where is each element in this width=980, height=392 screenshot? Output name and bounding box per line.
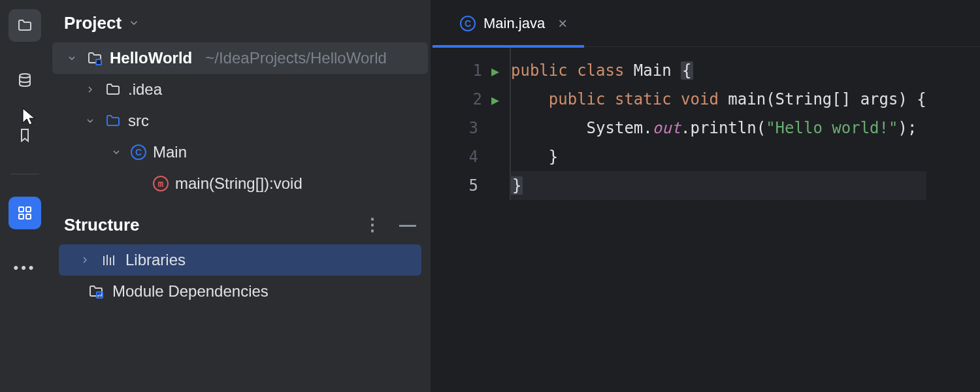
more-horizontal-icon: ••• xyxy=(16,259,33,276)
line-number: 1 xyxy=(473,61,482,80)
chevron-down-icon xyxy=(82,116,98,126)
class-icon: C xyxy=(460,16,476,31)
line-number: 5 xyxy=(469,176,478,195)
source-folder-icon xyxy=(105,112,122,129)
structure-libraries[interactable]: Libraries xyxy=(59,244,421,276)
tab-main-java[interactable]: C Main.java × xyxy=(449,2,578,45)
chevron-down-icon xyxy=(108,147,124,157)
run-gutter-icon[interactable]: ▶ xyxy=(491,63,499,79)
svg-rect-2 xyxy=(26,207,31,212)
tree-method-main[interactable]: m main(String[]):void xyxy=(50,168,431,199)
structure-pane-title: Structure xyxy=(64,215,140,235)
chevron-right-icon xyxy=(77,255,93,265)
apps-icon xyxy=(16,204,33,221)
tree-idea-label: .idea xyxy=(128,80,162,99)
side-panel: Project HelloWorld ~/IdeaProjects/HelloW… xyxy=(50,0,431,392)
more-vertical-icon[interactable]: ⋮ xyxy=(364,215,381,235)
rail-separator xyxy=(10,174,39,174)
structure-pane-header[interactable]: Structure ⋮ — xyxy=(50,211,431,242)
editor-tabbar: C Main.java × xyxy=(431,0,980,47)
tree-root-name: HelloWorld xyxy=(110,49,192,67)
tree-root[interactable]: HelloWorld ~/IdeaProjects/HelloWorld xyxy=(52,42,428,74)
structure-tree: Libraries Module Dependencies xyxy=(50,242,431,319)
structure-module-deps[interactable]: Module Dependencies xyxy=(50,276,431,307)
rail-more-button[interactable]: ••• xyxy=(8,252,41,284)
tree-class-main[interactable]: C Main xyxy=(50,137,431,168)
libraries-icon xyxy=(101,252,118,269)
gutter: 1▶ 2▶ 3 4 5 xyxy=(431,47,510,200)
project-pane-title: Project xyxy=(64,13,122,33)
tree-root-path: ~/IdeaProjects/HelloWorld xyxy=(205,49,387,67)
rail-apps-button[interactable] xyxy=(8,197,41,229)
line-number: 4 xyxy=(469,148,478,166)
close-icon[interactable]: × xyxy=(558,14,567,33)
structure-module-deps-label: Module Dependencies xyxy=(112,282,269,301)
tree-class-label: Main xyxy=(153,143,187,161)
code-line[interactable]: public static void main(String[] args) { xyxy=(511,85,926,114)
tool-rail: ••• xyxy=(0,0,50,392)
tree-method-label: main(String[]):void xyxy=(175,174,302,193)
rail-bookmark-button[interactable] xyxy=(8,119,41,152)
svg-rect-5 xyxy=(96,59,101,65)
code-line[interactable]: System.out.println("Hello world!"); xyxy=(511,114,926,142)
database-icon xyxy=(16,72,33,89)
code-line[interactable]: public class Main { xyxy=(511,56,926,85)
bookmark-icon xyxy=(16,127,33,144)
tab-label: Main.java xyxy=(483,15,545,32)
code-line[interactable]: } xyxy=(511,142,926,171)
svg-rect-3 xyxy=(19,214,24,219)
chevron-down-icon xyxy=(128,13,140,33)
project-folder-icon xyxy=(86,50,103,67)
minimize-icon[interactable]: — xyxy=(399,215,416,235)
tree-idea-folder[interactable]: .idea xyxy=(50,74,431,105)
svg-rect-1 xyxy=(19,207,24,212)
folder-icon xyxy=(105,81,122,98)
folder-icon xyxy=(16,17,33,34)
svg-rect-4 xyxy=(26,214,31,219)
code-line[interactable]: } xyxy=(511,171,926,200)
rail-project-button[interactable] xyxy=(8,9,41,42)
module-deps-icon xyxy=(88,283,105,300)
run-gutter-icon[interactable]: ▶ xyxy=(491,92,499,108)
line-number: 2 xyxy=(473,90,482,108)
rail-database-button[interactable] xyxy=(8,64,41,97)
code-area[interactable]: 1▶ 2▶ 3 4 5 public class Main { public s… xyxy=(431,47,980,200)
svg-point-0 xyxy=(20,74,30,78)
tree-src-label: src xyxy=(128,112,149,130)
structure-libraries-label: Libraries xyxy=(125,251,186,269)
method-icon: m xyxy=(153,176,169,191)
code-body[interactable]: public class Main { public static void m… xyxy=(511,47,926,200)
line-number: 3 xyxy=(469,119,478,137)
chevron-right-icon xyxy=(82,84,98,95)
class-icon: C xyxy=(131,144,146,160)
editor: C Main.java × 1▶ 2▶ 3 4 5 public class M… xyxy=(431,0,980,392)
project-pane-header[interactable]: Project xyxy=(50,0,431,40)
chevron-down-icon xyxy=(64,53,80,63)
tree-src-folder[interactable]: src xyxy=(50,105,431,137)
project-tree: HelloWorld ~/IdeaProjects/HelloWorld .id… xyxy=(50,40,431,211)
